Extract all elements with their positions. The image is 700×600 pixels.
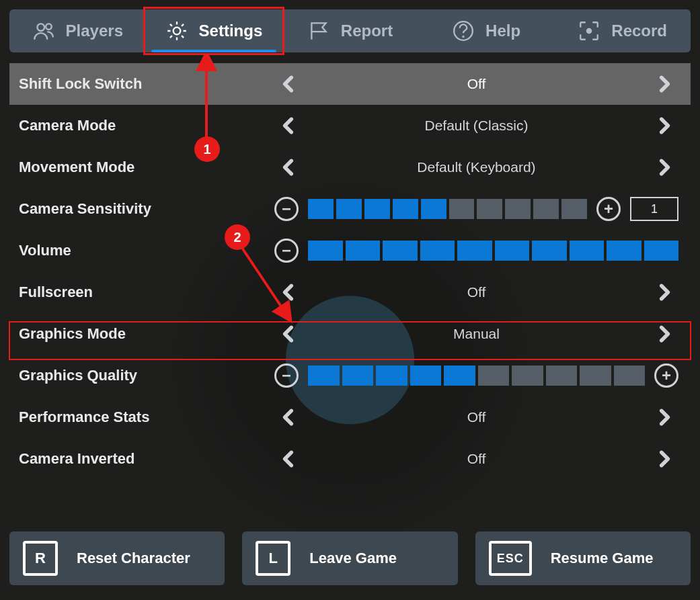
chevron-left-icon[interactable] xyxy=(274,112,303,140)
menu-tab-bar: Players Settings Report Help Record xyxy=(9,9,691,52)
slider-segment[interactable] xyxy=(477,199,502,219)
setting-label: Camera Mode xyxy=(19,117,274,134)
players-icon xyxy=(32,19,55,42)
svg-point-4 xyxy=(463,36,463,37)
slider-graphics-quality[interactable] xyxy=(308,366,645,386)
slider-segment[interactable] xyxy=(614,366,646,386)
slider-segment[interactable] xyxy=(346,241,381,261)
slider-segment[interactable] xyxy=(393,199,418,219)
action-label: Resume Game xyxy=(551,550,654,567)
setting-value: Off xyxy=(303,76,650,92)
slider-segment[interactable] xyxy=(561,199,587,219)
svg-point-5 xyxy=(586,28,592,34)
sensitivity-number-input[interactable]: 1 xyxy=(630,197,678,221)
slider-segment[interactable] xyxy=(376,366,407,386)
row-fullscreen: Fullscreen Off xyxy=(9,271,691,313)
minus-button[interactable]: − xyxy=(274,239,299,263)
svg-point-1 xyxy=(46,24,52,30)
slider-segment[interactable] xyxy=(607,241,641,261)
reset-character-button[interactable]: R Reset Character xyxy=(9,531,225,585)
slider-segment[interactable] xyxy=(308,199,334,219)
tab-record[interactable]: Record xyxy=(554,9,691,52)
chevron-left-icon[interactable] xyxy=(274,403,303,431)
svg-point-2 xyxy=(173,28,180,35)
chevron-left-icon[interactable] xyxy=(274,445,303,473)
setting-label: Movement Mode xyxy=(19,159,274,176)
setting-label: Graphics Quality xyxy=(19,367,274,384)
tab-label: Help xyxy=(485,22,520,40)
setting-value: Manual xyxy=(303,326,650,342)
setting-value: Off xyxy=(303,409,650,425)
slider-segment[interactable] xyxy=(336,199,362,219)
bottom-action-bar: R Reset Character L Leave Game ESC Resum… xyxy=(9,531,691,585)
setting-label: Fullscreen xyxy=(19,284,274,301)
slider-segment[interactable] xyxy=(580,366,611,386)
setting-label: Graphics Mode xyxy=(19,325,274,343)
action-label: Reset Character xyxy=(77,550,190,567)
slider-segment[interactable] xyxy=(308,366,340,386)
row-graphics-mode: Graphics Mode Manual xyxy=(9,313,691,355)
setting-value: Off xyxy=(303,451,650,467)
chevron-left-icon[interactable] xyxy=(274,320,303,348)
keycap-icon: R xyxy=(23,541,58,576)
chevron-right-icon[interactable] xyxy=(650,112,678,140)
chevron-right-icon[interactable] xyxy=(650,403,678,431)
record-icon xyxy=(578,19,600,42)
gear-icon xyxy=(165,19,188,42)
slider-segment[interactable] xyxy=(308,241,343,261)
minus-button[interactable]: − xyxy=(274,197,299,221)
tab-report[interactable]: Report xyxy=(282,9,418,52)
slider-segment[interactable] xyxy=(364,199,390,219)
row-shift-lock: Shift Lock Switch Off xyxy=(9,63,691,105)
tab-label: Report xyxy=(341,22,393,40)
chevron-left-icon[interactable] xyxy=(274,70,303,98)
row-camera-inverted: Camera Inverted Off xyxy=(9,438,691,480)
action-label: Leave Game xyxy=(309,550,397,567)
slider-segment[interactable] xyxy=(342,366,374,386)
row-camera-mode: Camera Mode Default (Classic) xyxy=(9,105,691,146)
slider-segment[interactable] xyxy=(410,366,442,386)
slider-segment[interactable] xyxy=(449,199,475,219)
minus-button[interactable]: − xyxy=(274,363,299,388)
slider-camera-sensitivity[interactable] xyxy=(308,199,587,219)
setting-value: Default (Classic) xyxy=(303,118,650,134)
row-performance-stats: Performance Stats Off xyxy=(9,396,691,438)
chevron-right-icon[interactable] xyxy=(650,445,678,473)
slider-segment[interactable] xyxy=(644,241,679,261)
slider-segment[interactable] xyxy=(457,241,492,261)
resume-game-button[interactable]: ESC Resume Game xyxy=(475,531,691,585)
setting-label: Camera Inverted xyxy=(19,450,274,468)
chevron-right-icon[interactable] xyxy=(650,320,678,348)
plus-button[interactable]: + xyxy=(654,363,678,388)
keycap-icon: ESC xyxy=(489,541,532,576)
slider-segment[interactable] xyxy=(512,366,543,386)
slider-segment[interactable] xyxy=(478,366,510,386)
help-icon xyxy=(452,19,475,42)
tab-players[interactable]: Players xyxy=(9,9,146,52)
slider-segment[interactable] xyxy=(532,241,567,261)
plus-button[interactable]: + xyxy=(596,197,621,221)
row-volume: Volume − xyxy=(9,230,691,271)
chevron-left-icon[interactable] xyxy=(274,278,303,306)
tab-settings[interactable]: Settings xyxy=(146,9,282,52)
chevron-right-icon[interactable] xyxy=(650,153,678,181)
slider-segment[interactable] xyxy=(533,199,559,219)
leave-game-button[interactable]: L Leave Game xyxy=(242,531,457,585)
chevron-right-icon[interactable] xyxy=(650,278,678,306)
chevron-right-icon[interactable] xyxy=(650,70,678,98)
slider-segment[interactable] xyxy=(383,241,418,261)
slider-segment[interactable] xyxy=(444,366,475,386)
slider-segment[interactable] xyxy=(570,241,605,261)
tab-label: Players xyxy=(66,22,123,40)
slider-segment[interactable] xyxy=(495,241,530,261)
slider-segment[interactable] xyxy=(420,241,455,261)
chevron-left-icon[interactable] xyxy=(274,153,303,181)
tab-help[interactable]: Help xyxy=(418,9,555,52)
setting-label: Camera Sensitivity xyxy=(19,200,274,218)
slider-segment[interactable] xyxy=(505,199,531,219)
setting-label: Volume xyxy=(19,242,274,259)
slider-volume[interactable] xyxy=(308,241,678,261)
slider-segment[interactable] xyxy=(546,366,578,386)
slider-segment[interactable] xyxy=(421,199,446,219)
keycap-icon: L xyxy=(256,541,290,576)
